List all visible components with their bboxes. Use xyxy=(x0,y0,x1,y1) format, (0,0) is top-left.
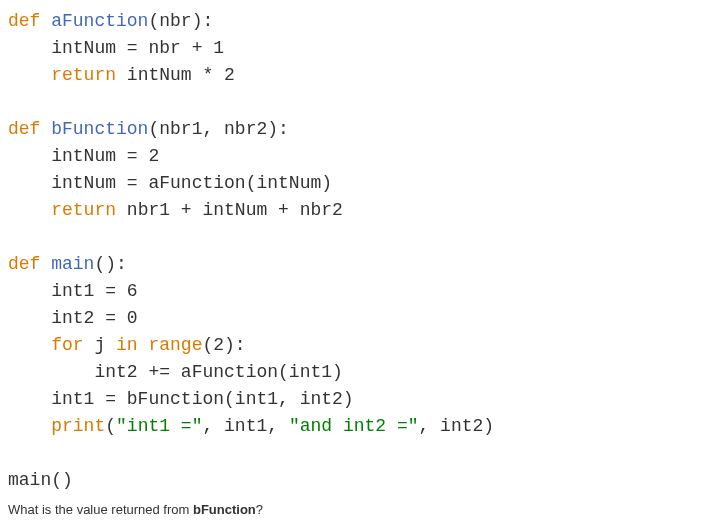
code-text: ( xyxy=(105,416,116,436)
keyword-def: def xyxy=(8,119,40,139)
function-name: main xyxy=(40,254,94,274)
builtin-print: print xyxy=(8,416,105,436)
function-name: aFunction xyxy=(40,11,148,31)
code-line: intNum = nbr + 1 xyxy=(8,38,224,58)
code-text: (2): xyxy=(202,335,245,355)
builtin-range: range xyxy=(138,335,203,355)
question-suffix: ? xyxy=(256,502,263,517)
function-name: bFunction xyxy=(40,119,148,139)
keyword-return: return xyxy=(8,65,116,85)
code-line: intNum = 2 xyxy=(8,146,159,166)
code-line: int2 = 0 xyxy=(8,308,138,328)
code-line: int1 = 6 xyxy=(8,281,138,301)
string-literal: "and int2 =" xyxy=(289,416,419,436)
code-line: main() xyxy=(8,470,73,490)
keyword-in: in xyxy=(105,335,137,355)
code-text: (): xyxy=(94,254,126,274)
code-block: def aFunction(nbr): intNum = nbr + 1 ret… xyxy=(8,8,696,494)
code-text: , int1, xyxy=(202,416,288,436)
keyword-return: return xyxy=(8,200,116,220)
code-text: (nbr1, nbr2): xyxy=(148,119,288,139)
string-literal: "int1 =" xyxy=(116,416,202,436)
code-text: (nbr): xyxy=(148,11,213,31)
code-line: int1 = bFunction(int1, int2) xyxy=(8,389,354,409)
question-bold: bFunction xyxy=(193,502,256,517)
code-line: int2 += aFunction(int1) xyxy=(8,362,343,382)
keyword-for: for xyxy=(8,335,84,355)
code-text: intNum * 2 xyxy=(116,65,235,85)
code-text: , int2) xyxy=(419,416,495,436)
code-text: j xyxy=(84,335,106,355)
code-line: intNum = aFunction(intNum) xyxy=(8,173,332,193)
keyword-def: def xyxy=(8,254,40,274)
code-text: nbr1 + intNum + nbr2 xyxy=(116,200,343,220)
question-text: What is the value returned from bFunctio… xyxy=(8,502,696,517)
question-prefix: What is the value returned from xyxy=(8,502,193,517)
keyword-def: def xyxy=(8,11,40,31)
